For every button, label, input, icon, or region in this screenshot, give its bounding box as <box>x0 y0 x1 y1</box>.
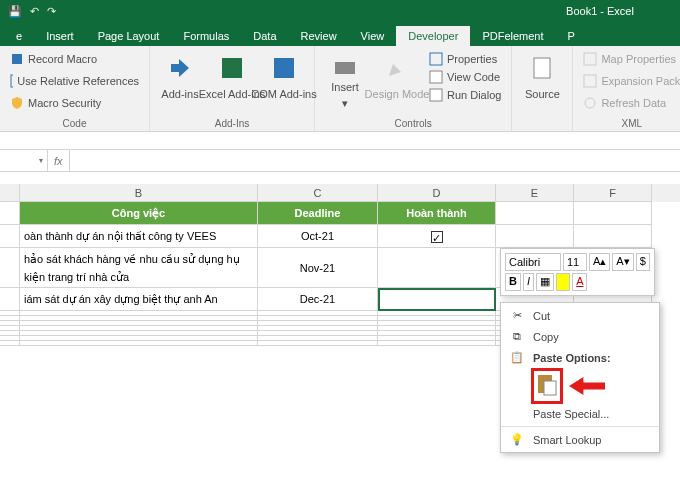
cell-task[interactable]: hảo sát khách hàng về nhu cầu sử dụng hụ… <box>20 248 258 288</box>
selected-cell[interactable] <box>378 288 496 311</box>
tab-review[interactable]: Review <box>289 26 349 46</box>
relative-refs-label: Use Relative References <box>17 75 139 87</box>
cell[interactable] <box>20 341 258 346</box>
cut-item[interactable]: ✂Cut <box>501 305 659 326</box>
mini-toolbar[interactable]: A▴ A▾ $ B I ▦ A <box>500 248 655 296</box>
shrink-font-icon[interactable]: A▾ <box>612 253 633 271</box>
size-select[interactable] <box>563 253 587 271</box>
svg-rect-0 <box>12 54 22 64</box>
col-header-b[interactable]: B <box>20 184 258 202</box>
cell-deadline[interactable]: Dec-21 <box>258 288 378 311</box>
cell[interactable] <box>574 202 652 225</box>
record-macro-button[interactable]: Record Macro <box>6 50 143 68</box>
excel-addins-button[interactable]: Excel Add-ins <box>208 50 256 112</box>
checkbox-icon[interactable] <box>431 231 443 243</box>
redo-icon[interactable]: ↷ <box>47 5 56 18</box>
fx-label[interactable]: fx <box>48 150 70 171</box>
design-mode-button[interactable]: Design Mode <box>373 50 421 112</box>
save-icon[interactable]: 💾 <box>8 5 22 18</box>
grow-font-icon[interactable]: A▴ <box>589 253 610 271</box>
svg-rect-10 <box>584 75 596 87</box>
cell-deadline[interactable]: Oct-21 <box>258 225 378 248</box>
col-header-e[interactable]: E <box>496 184 574 202</box>
row-stub[interactable] <box>0 248 20 288</box>
font-color-icon[interactable]: A <box>572 273 587 291</box>
col-stub[interactable] <box>0 184 20 202</box>
tab-developer[interactable]: Developer <box>396 26 470 46</box>
cell-task[interactable]: iám sát dự án xây dựng biệt thự anh An <box>20 288 258 311</box>
name-box[interactable]: ▾ <box>0 150 48 171</box>
expansion-pack-label: Expansion Pack <box>601 75 680 87</box>
group-controls-label: Controls <box>321 116 505 131</box>
font-select[interactable] <box>505 253 561 271</box>
copy-label: Copy <box>533 331 559 343</box>
title-bar: 💾 ↶ ↷ Book1 - Excel <box>0 0 680 22</box>
insert-control-button[interactable]: Insert▾ <box>321 50 369 112</box>
fill-color-icon[interactable] <box>556 273 570 291</box>
addins-button[interactable]: Add-ins <box>156 50 204 112</box>
undo-icon[interactable]: ↶ <box>30 5 39 18</box>
context-menu[interactable]: ✂Cut ⧉Copy 📋Paste Options: Paste Special… <box>500 302 660 453</box>
tab-home[interactable]: e <box>4 26 34 46</box>
header-row: Công việc Deadline Hoàn thành <box>0 202 680 225</box>
tab-partial[interactable]: P <box>556 26 587 46</box>
source-button[interactable]: Source <box>518 50 566 112</box>
col-header-d[interactable]: D <box>378 184 496 202</box>
view-code-button[interactable]: View Code <box>425 68 505 86</box>
cell[interactable] <box>496 202 574 225</box>
tab-formulas[interactable]: Formulas <box>171 26 241 46</box>
group-xml-label: XML <box>579 116 680 131</box>
paste-special-item[interactable]: Paste Special... <box>501 404 659 424</box>
border-icon[interactable]: ▦ <box>536 273 554 291</box>
cell[interactable] <box>378 341 496 346</box>
italic-button[interactable]: I <box>523 273 534 291</box>
copy-icon: ⧉ <box>509 330 525 343</box>
smart-lookup-item[interactable]: 💡Smart Lookup <box>501 429 659 450</box>
row-stub[interactable] <box>0 341 20 346</box>
cell-task[interactable]: oàn thành dự án nội thất công ty VEES <box>20 225 258 248</box>
cell-done[interactable] <box>378 225 496 248</box>
run-dialog-button[interactable]: Run Dialog <box>425 86 505 104</box>
header-d[interactable]: Hoàn thành <box>378 202 496 225</box>
ribbon-tabs: e Insert Page Layout Formulas Data Revie… <box>0 22 680 46</box>
col-header-f[interactable]: F <box>574 184 652 202</box>
svg-rect-5 <box>430 53 442 65</box>
cell[interactable] <box>258 341 378 346</box>
col-header-c[interactable]: C <box>258 184 378 202</box>
tab-pagelayout[interactable]: Page Layout <box>86 26 172 46</box>
tab-insert[interactable]: Insert <box>34 26 86 46</box>
addins-label: Add-ins <box>161 88 198 100</box>
cut-label: Cut <box>533 310 550 322</box>
window-title: Book1 - Excel <box>566 5 634 17</box>
tab-view[interactable]: View <box>349 26 397 46</box>
properties-button[interactable]: Properties <box>425 50 505 68</box>
header-c[interactable]: Deadline <box>258 202 378 225</box>
header-b[interactable]: Công việc <box>20 202 258 225</box>
formula-bar: ▾ fx <box>0 150 680 172</box>
macro-security-button[interactable]: Macro Security <box>6 94 143 112</box>
row-stub[interactable] <box>0 288 20 311</box>
svg-rect-9 <box>584 53 596 65</box>
row-stub[interactable] <box>0 202 20 225</box>
record-macro-label: Record Macro <box>28 53 97 65</box>
com-addins-button[interactable]: COM Add-ins <box>260 50 308 112</box>
copy-item[interactable]: ⧉Copy <box>501 326 659 347</box>
group-controls: Insert▾ Design Mode Properties View Code… <box>315 46 512 131</box>
expansion-pack-button: Expansion Pack <box>579 72 680 90</box>
cell-deadline[interactable]: Nov-21 <box>258 248 378 288</box>
bold-button[interactable]: B <box>505 273 521 291</box>
tab-data[interactable]: Data <box>241 26 288 46</box>
cell-done[interactable] <box>378 248 496 288</box>
column-headers: B C D E F <box>0 184 680 202</box>
source-label: Source <box>525 88 560 100</box>
tab-pdfelement[interactable]: PDFelement <box>470 26 555 46</box>
svg-point-11 <box>585 98 595 108</box>
currency-icon[interactable]: $ <box>636 253 650 271</box>
cell[interactable] <box>574 225 652 248</box>
map-properties-label: Map Properties <box>601 53 676 65</box>
relative-refs-button[interactable]: Use Relative References <box>6 72 143 90</box>
paste-icon <box>536 373 558 397</box>
paste-button-highlight[interactable] <box>531 368 563 404</box>
cell[interactable] <box>496 225 574 248</box>
row-stub[interactable] <box>0 225 20 248</box>
